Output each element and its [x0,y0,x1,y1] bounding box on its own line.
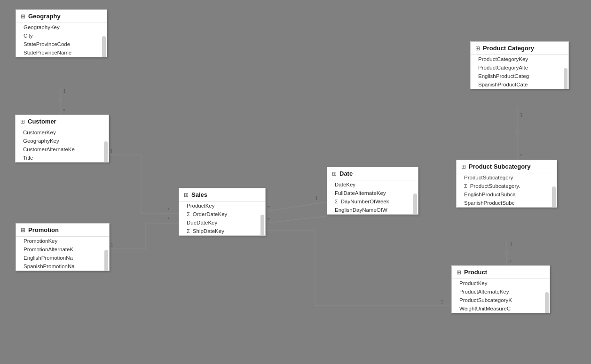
sales-header: ⊞ Sales [179,188,265,201]
table-icon: ⊞ [461,163,466,170]
product-category-scrollbar[interactable] [564,68,567,89]
date-body: DateKey FullDateAlternateKey ΣDayNumberO… [327,180,418,214]
product-header: ⊞ Product [452,266,550,279]
geography-scrollbar[interactable] [102,36,106,57]
list-item: ProductCategoryKey [471,55,568,63]
promotion-scrollbar[interactable] [104,250,108,271]
svg-text:1: 1 [520,112,523,117]
svg-text:1: 1 [110,242,113,248]
table-icon: ⊞ [475,45,480,52]
geography-table: ⊞ Geography GeographyKey City StateProvi… [16,9,107,57]
list-item: Title [16,154,109,162]
table-icon: ⊞ [21,227,25,233]
list-item: DateKey [327,180,418,189]
svg-text:1: 1 [63,88,66,94]
svg-point-1 [58,98,62,102]
svg-text:*: * [167,217,170,222]
svg-point-18 [505,251,509,255]
customer-scrollbar[interactable] [104,141,108,162]
svg-text:*: * [268,217,270,223]
list-item: ΣProductSubcategory. [457,182,557,190]
list-item: CustomerAlternateKe [16,145,109,154]
list-item: ΣOrderDateKey [179,210,265,218]
product-subcategory-title: Product Subcategory [469,163,530,170]
product-subcategory-header: ⊞ Product Subcategory [457,160,557,173]
list-item: EnglishPromotionNa [16,254,109,262]
list-item: ΣDayNumberOfWeek [327,197,418,206]
sales-scrollbar[interactable] [260,215,264,235]
date-header: ⊞ Date [327,167,418,180]
sales-title: Sales [191,191,207,198]
customer-header: ⊞ Customer [16,115,109,128]
promotion-table: ⊞ Promotion PromotionKey PromotionAltern… [16,223,110,271]
list-item: EnglishProductSubca [457,190,557,199]
product-title: Product [464,269,487,276]
product-category-table: ⊞ Product Category ProductCategoryKey Pr… [470,41,569,89]
svg-text:*: * [63,108,65,114]
product-table: ⊞ Product ProductKey ProductAlternateKey… [451,265,550,313]
geography-title: Geography [28,13,61,20]
table-icon: ⊞ [20,118,25,125]
product-scrollbar[interactable] [545,292,549,313]
svg-text:1: 1 [510,241,512,247]
date-title: Date [339,170,353,177]
list-item: CustomerKey [16,128,109,137]
date-table: ⊞ Date DateKey FullDateAlternateKey ΣDay… [327,167,418,215]
table-icon: ⊞ [21,13,25,20]
list-item: SpanishPromotionNa [16,262,109,271]
svg-text:1: 1 [441,299,443,304]
product-category-body: ProductCategoryKey ProductCategoryAlte E… [471,55,568,89]
product-body: ProductKey ProductAlternateKey ProductSu… [452,279,550,313]
svg-text:1: 1 [315,195,318,201]
list-item: ProductKey [452,279,550,287]
list-item: ProductSubcategoryK [452,296,550,304]
product-subcategory-body: ProductSubcategory ΣProductSubcategory. … [457,173,557,207]
table-icon: ⊞ [184,192,189,198]
list-item: ProductKey [179,201,265,210]
sales-body: ProductKey ΣOrderDateKey DueDateKey ΣShi… [179,201,265,235]
list-item: StateProvinceName [16,48,107,57]
list-item: ProductSubcategory [457,173,557,182]
list-item: StateProvinceCode [16,40,107,48]
list-item: EnglishProductCateg [471,72,568,80]
product-subcategory-scrollbar[interactable] [552,186,556,207]
table-icon: ⊞ [332,170,337,177]
list-item: SpanishProductSubc [457,199,557,207]
svg-text:*: * [167,207,170,213]
product-category-header: ⊞ Product Category [471,42,568,55]
customer-table: ⊞ Customer CustomerKey GeographyKey Cust… [15,115,109,163]
list-item: City [16,31,107,40]
svg-line-11 [266,216,327,223]
sales-table: ⊞ Sales ProductKey ΣOrderDateKey DueDate… [179,188,266,236]
list-item: GeographyKey [16,137,109,145]
geography-header: ⊞ Geography [16,10,107,23]
svg-line-8 [266,202,327,211]
promotion-title: Promotion [28,226,59,233]
list-item: WeightUnitMeasureC [452,304,550,313]
list-item: PromotionKey [16,237,109,245]
svg-point-15 [515,130,519,133]
date-scrollbar[interactable] [413,194,417,214]
geography-body: GeographyKey City StateProvinceCode Stat… [16,23,107,57]
customer-title: Customer [28,118,56,125]
list-item: FullDateAlternateKey [327,189,418,197]
list-item: GeographyKey [16,23,107,31]
diagram-canvas: 1 * 1 * 1 * * 1 * 1 1 * 1 * ⊞ Geog [0,0,591,364]
product-category-title: Product Category [483,45,534,52]
list-item: ΣShipDateKey [179,227,265,235]
list-item: ProductCategoryAlte [471,63,568,72]
list-item: DueDateKey [179,218,265,227]
list-item: EnglishDayNameOfW [327,206,418,214]
list-item: ProductAlternateKey [452,287,550,296]
svg-text:*: * [520,153,522,159]
list-item: SpanishProductCate [471,80,568,89]
product-subcategory-table: ⊞ Product Subcategory ProductSubcategory… [456,160,557,208]
promotion-body: PromotionKey PromotionAlternateK English… [16,237,109,271]
promotion-header: ⊞ Promotion [16,224,109,237]
table-icon: ⊞ [457,269,461,276]
list-item: PromotionAlternateK [16,245,109,254]
svg-text:1: 1 [110,148,113,154]
svg-text:*: * [268,205,270,210]
svg-text:*: * [510,259,512,265]
customer-body: CustomerKey GeographyKey CustomerAlterna… [16,128,109,162]
